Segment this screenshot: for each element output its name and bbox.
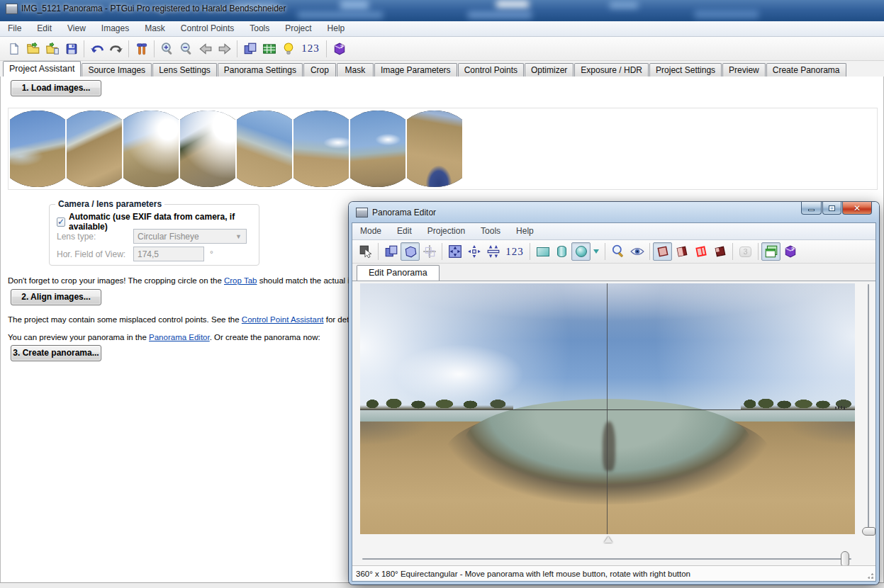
editor-menu-mode[interactable]: Mode (352, 224, 389, 239)
zoom-slider-handle[interactable] (841, 551, 849, 566)
redo-button[interactable] (106, 40, 125, 58)
panorama-canvas[interactable] (360, 283, 855, 534)
pitch-slider-track[interactable] (868, 284, 869, 533)
tab-control-points[interactable]: Control Points (458, 63, 524, 77)
zoom-slider-track[interactable] (362, 558, 851, 560)
zoom-out-button[interactable] (177, 40, 196, 58)
numerical-transform-button[interactable]: 123 (298, 40, 323, 58)
maximize-button[interactable] (822, 202, 841, 215)
menu-tools[interactable]: Tools (242, 21, 277, 36)
edit-individual-images-button[interactable] (381, 242, 401, 261)
show-editor-tabs-button[interactable] (761, 242, 781, 261)
editor-title-bar[interactable]: Panorama Editor (349, 202, 879, 223)
rectilinear-projection-button[interactable] (533, 242, 552, 261)
menu-mask[interactable]: Mask (137, 21, 173, 36)
menu-control-points[interactable]: Control Points (173, 21, 242, 36)
menu-file[interactable]: File (0, 21, 29, 36)
menu-view[interactable]: View (60, 21, 94, 36)
menu-help[interactable]: Help (320, 21, 353, 36)
source-image-thumbnail-1[interactable] (10, 110, 65, 188)
source-image-thumbnail-7[interactable] (350, 110, 405, 188)
editor-menu-help[interactable]: Help (508, 224, 542, 239)
cylindrical-projection-button[interactable] (552, 242, 571, 261)
tips-button[interactable] (279, 40, 298, 58)
toolbar-separator (378, 243, 379, 260)
tab-exposure-hdr[interactable]: Exposure / HDR (574, 63, 649, 77)
menu-images[interactable]: Images (94, 21, 137, 36)
previous-button[interactable] (196, 40, 215, 58)
tab-image-parameters[interactable]: Image Parameters (374, 63, 457, 77)
editor-zoom-button[interactable] (608, 242, 627, 261)
numeric-transform-mode-button[interactable] (420, 242, 439, 261)
tab-optimizer[interactable]: Optimizer (525, 63, 574, 77)
menu-project[interactable]: Project (277, 21, 319, 36)
panorama-editor-icon (243, 42, 257, 56)
editor-help-button[interactable]: ? (781, 242, 800, 261)
minimize-button[interactable] (801, 202, 822, 215)
panorama-editor-window[interactable]: Panorama Editor ✕ Mode Edit Projection T… (349, 202, 879, 584)
select-mode-button[interactable] (356, 242, 375, 261)
tab-project-assistant[interactable]: Project Assistant (3, 61, 81, 77)
zoom-in-button[interactable] (157, 40, 177, 58)
resize-grip[interactable] (866, 571, 874, 579)
source-image-thumbnail-6[interactable] (293, 110, 349, 188)
source-image-thumbnail-8[interactable] (407, 110, 462, 188)
tools-button[interactable] (132, 40, 151, 58)
new-project-button[interactable] (4, 40, 23, 58)
editor-numerical-transform-button[interactable]: 123 (503, 242, 527, 261)
image-number-badge-button[interactable]: 3 (736, 242, 755, 261)
tab-project-settings[interactable]: Project Settings (649, 63, 722, 77)
editor-menu-edit[interactable]: Edit (389, 224, 420, 239)
menu-edit[interactable]: Edit (29, 21, 60, 36)
fit-vertically-button[interactable] (483, 242, 503, 261)
source-image-thumbnail-5[interactable] (237, 110, 292, 188)
show-unblended-button[interactable] (710, 242, 729, 261)
undo-button[interactable] (87, 40, 106, 58)
close-button[interactable]: ✕ (842, 202, 872, 215)
tab-edit-panorama[interactable]: Edit Panorama (357, 265, 440, 281)
tab-source-images[interactable]: Source Images (82, 63, 152, 77)
center-panorama-button[interactable] (464, 242, 483, 261)
center-guide-line[interactable] (607, 283, 608, 534)
next-button[interactable] (215, 40, 234, 58)
preview-visibility-button[interactable] (627, 242, 647, 261)
help-button[interactable]: ? (330, 40, 349, 58)
show-seams-button[interactable] (691, 242, 710, 261)
tab-mask[interactable]: Mask (337, 63, 374, 77)
open-copy-button[interactable] (43, 40, 62, 58)
editor-menu-projection[interactable]: Projection (420, 224, 473, 239)
show-individual-images-button[interactable] (672, 242, 691, 261)
editor-menu-tools[interactable]: Tools (473, 224, 508, 239)
panorama-editor-button[interactable] (240, 40, 259, 58)
source-image-thumbnail-4[interactable] (180, 110, 235, 188)
tab-create-panorama[interactable]: Create Panorama (766, 63, 846, 77)
tab-panorama-settings[interactable]: Panorama Settings (218, 63, 303, 77)
lens-type-select[interactable]: Circular Fisheye ▼ (133, 229, 247, 244)
panorama-editor-link[interactable]: Panorama Editor (149, 333, 210, 341)
detail-viewer-button[interactable] (259, 40, 279, 58)
pitch-slider-handle[interactable] (862, 527, 875, 536)
align-images-button[interactable]: 2. Align images... (11, 289, 101, 305)
maximize-icon (829, 205, 835, 211)
control-point-assistant-link[interactable]: Control Point Assistant (242, 315, 324, 324)
source-image-thumbnail-2[interactable] (67, 110, 122, 188)
tab-crop[interactable]: Crop (303, 63, 336, 77)
equirectangular-projection-button[interactable] (571, 242, 591, 261)
crop-tab-link[interactable]: Crop Tab (224, 276, 257, 285)
edit-panorama-button[interactable] (401, 242, 420, 261)
hfov-input[interactable]: 174,5 (133, 247, 204, 261)
tab-preview[interactable]: Preview (722, 63, 766, 77)
save-project-button[interactable] (62, 40, 81, 58)
main-title-bar[interactable]: IMG_5121 Panorama - PTGui Pro registered… (0, 0, 884, 21)
source-image-thumbnail-3[interactable] (123, 110, 179, 188)
automatic-exif-checkbox[interactable]: ✓ (57, 217, 65, 227)
tab-lens-settings[interactable]: Lens Settings (152, 63, 217, 77)
show-blended-panorama-button[interactable] (653, 242, 672, 261)
fit-panorama-button[interactable] (445, 242, 464, 261)
load-images-button[interactable]: 1. Load images... (11, 80, 101, 96)
create-panorama-button[interactable]: 3. Create panorama... (11, 345, 101, 361)
projection-dropdown-button[interactable] (591, 242, 602, 261)
yaw-marker[interactable] (604, 536, 612, 543)
open-project-button[interactable] (23, 40, 43, 58)
toolbar-separator (530, 243, 530, 260)
